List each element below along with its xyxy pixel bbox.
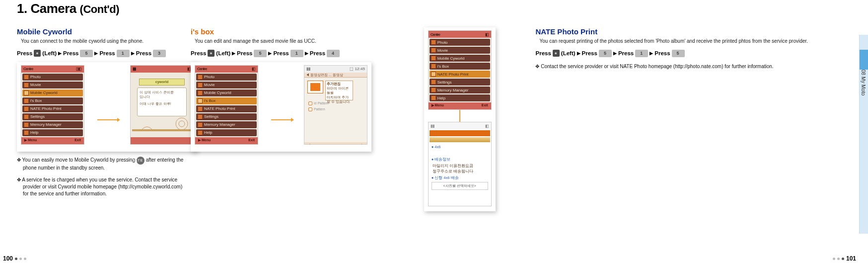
cyworld-note-2: ✥ A service fee is charged when you use … (17, 177, 186, 197)
nav-key-icon: ● (34, 50, 41, 57)
key-5-icon: 5 (254, 50, 267, 57)
chevron-right-icon: ▶ (305, 51, 308, 56)
dot-icon (15, 258, 17, 260)
nate-press-line: Press ● (Left) ▶ Press 5 ▶ Press 1 ▶ Pre… (535, 50, 858, 57)
list-item: ● 배송정보 (430, 157, 490, 163)
list-item: Movie (22, 82, 83, 88)
nate-title: NATE Photo Print (535, 27, 858, 36)
nate-body-text: 마일리지 이용전환요금 청구주소로 배송됩니다 (430, 163, 490, 175)
cyworld-screenshot-group: Centre▯◧ Photo Movie Mobile Cyworld i's … (17, 62, 198, 152)
cyworld-press-line: Press ● (Left) ▶ Press 5 ▶ Press 1 ▶ Pre… (17, 50, 191, 57)
nate-subheader-bar (430, 137, 490, 142)
nate-key-icon: NATE (137, 157, 145, 165)
nate-select-box: <사진을 선택하세요> (432, 182, 488, 190)
phone-menu-ibox: Centre◧ Photo Movie Mobile Cyworld i's B… (195, 65, 258, 145)
phone-ibox-editor: ▮▮⬚ 12:45 ◀ 동영상편집 … 동영상 추가편집 하단의 아이콘들을 터… (304, 65, 367, 145)
title-cont: (Cont'd) (80, 3, 119, 15)
key-1-icon: 1 (290, 50, 303, 57)
dot-icon (24, 258, 26, 260)
section-nate: NATE Photo Print You can request printin… (535, 27, 858, 211)
list-item: Movie (196, 82, 257, 88)
phone-menu-nate: Centre◧ Photo Movie Mobile Cyworld i's B… (428, 30, 492, 110)
list-item: Memory Manager (430, 87, 490, 93)
list-item: Settings (430, 79, 490, 86)
list-item-selected: Mobile Cyworld (22, 89, 83, 96)
side-tab-accent (860, 50, 868, 70)
svg-point-1 (179, 121, 185, 127)
key-4-icon: 4 (327, 50, 340, 57)
title-main: Camera (30, 1, 76, 16)
ibox-screenshot-group: Centre◧ Photo Movie Mobile Cyworld i's B… (191, 62, 371, 152)
cyworld-desc: You can connect to the mobile cyworld us… (17, 38, 191, 45)
list-item: i's Box (22, 97, 83, 104)
side-tab (859, 35, 868, 234)
arrow-down-icon (459, 110, 460, 122)
key-5-icon: 5 (672, 50, 685, 57)
nate-note: ✥ Contact the service provider or visit … (535, 63, 853, 70)
list-item: Memory Manager (22, 121, 83, 128)
list-item: Photo (22, 74, 83, 81)
section-ibox: i's box You can edit and manage the save… (191, 27, 429, 211)
list-item: Settings (196, 113, 257, 120)
list-item: Settings (22, 113, 83, 120)
nav-key-icon: ● (208, 50, 215, 57)
dot-icon (833, 258, 835, 260)
key-5-icon: 5 (80, 50, 93, 57)
ibox-press-line: Press ● (Left) ▶ Press 5 ▶ Press 1 ▶ Pre… (191, 50, 429, 57)
chevron-right-icon: ▶ (268, 51, 272, 56)
phone-cyworld-popup: ▮▮◧ cyworld 이 상에 서비스 준비중 입니다 어때 나우 좋은 하루… (130, 65, 194, 145)
chevron-right-icon: ▶ (650, 51, 653, 56)
chevron-right-icon: ▶ (94, 51, 98, 56)
phone-menu-cyworld: Centre▯◧ Photo Movie Mobile Cyworld i's … (21, 65, 84, 145)
list-item: ● 4x6 (430, 144, 490, 150)
list-item: Memory Manager (196, 121, 257, 128)
dot-icon (19, 258, 22, 260)
dot-icon (842, 258, 844, 260)
svg-rect-2 (132, 129, 192, 131)
nav-key-icon: ● (553, 50, 560, 57)
key-3-icon: 3 (153, 50, 166, 57)
list-item: Pattern (305, 106, 366, 112)
key-1-icon: 1 (117, 50, 130, 57)
title-num: 1. (17, 1, 27, 16)
list-item: Help (430, 94, 490, 101)
phone-nate-print: ▮▮◧ ● 4x6 ● 배송정보 마일리지 이용전환요금 청구주소로 배송됩니다… (428, 122, 492, 206)
list-item: ● 신형 4x6 배송 (430, 175, 490, 181)
side-chapter-label: 08 My Moto (861, 70, 866, 95)
list-item: Photo (430, 39, 490, 46)
list-item: Help (196, 129, 257, 136)
list-item: Photo (196, 74, 257, 81)
arrow-right-icon (97, 119, 117, 120)
nate-header-bar (430, 130, 490, 136)
ferris-wheel-icon (132, 116, 192, 131)
cyworld-banner: cyworld (139, 79, 185, 86)
list-item: Mobile Cyworld (196, 89, 257, 96)
chevron-right-icon: ▶ (232, 51, 235, 56)
nate-desc: You can request printing of the photos s… (535, 38, 853, 45)
list-item: NATE Photo Print (196, 105, 257, 112)
cyworld-note-1: ✥ You can easily move to Mobile Cyworld … (17, 157, 186, 172)
key-1-icon: 1 (635, 50, 648, 57)
page-title: 1. Camera (Cont'd) (17, 1, 119, 16)
ibox-tag-box: 추가편집 하단의 아이콘들을 터치하여 추가 할 수 있습니다. (325, 81, 353, 100)
list-item: Movie (430, 47, 490, 54)
nate-screenshot-column: Centre◧ Photo Movie Mobile Cyworld i's B… (429, 27, 536, 211)
chevron-right-icon: ▶ (613, 51, 617, 56)
chevron-right-icon: ▶ (131, 51, 135, 56)
chevron-right-icon: ▶ (58, 51, 62, 56)
ibox-logo-icon (307, 81, 323, 93)
key-5-icon: 5 (599, 50, 612, 57)
arrow-right-icon (271, 119, 291, 120)
page-number-right: 101 (833, 255, 856, 262)
list-item-selected: i's Box (196, 97, 257, 104)
ibox-desc: You can edit and manage the saved movie … (191, 38, 429, 45)
section-mobile-cyworld: Mobile Cyworld You can connect to the mo… (17, 27, 191, 211)
list-item: NATE Photo Print (22, 105, 83, 112)
list-item: i's Box (430, 63, 490, 70)
chevron-right-icon: ▶ (577, 51, 580, 56)
dot-icon (837, 258, 840, 260)
list-item-selected: NATE Photo Print (430, 71, 490, 78)
svg-point-0 (176, 118, 188, 130)
cyworld-title: Mobile Cyworld (17, 27, 191, 36)
ibox-title: i's box (191, 27, 429, 36)
